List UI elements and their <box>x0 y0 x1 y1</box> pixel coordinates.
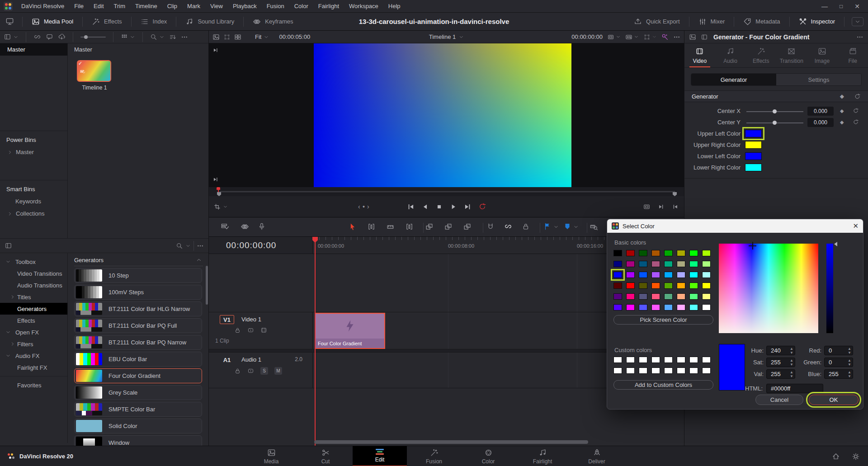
basic-color-swatch[interactable] <box>677 304 685 311</box>
basic-color-swatch[interactable] <box>613 293 622 300</box>
power-bins-header[interactable]: Power Bins <box>0 134 67 146</box>
basic-color-swatch[interactable] <box>626 304 635 311</box>
ok-button[interactable]: OK <box>809 395 859 405</box>
play-button[interactable] <box>449 203 457 211</box>
viewer-flag-bottom-icon[interactable] <box>212 176 219 183</box>
snapping-button[interactable] <box>486 222 495 231</box>
basic-color-swatch[interactable] <box>613 304 622 311</box>
page-tab-fairlight[interactable]: Fairlight <box>515 446 570 466</box>
basic-color-swatch[interactable] <box>689 261 698 267</box>
basic-color-swatch[interactable] <box>689 272 698 278</box>
sidebar-item-video-transitions[interactable]: Video Transitions <box>0 268 67 279</box>
toolbar-collapse-button[interactable] <box>852 17 863 26</box>
menu-item-davinci-resolve[interactable]: DaVinci Resolve <box>16 0 69 13</box>
basic-color-swatch[interactable] <box>651 261 660 267</box>
view-mode-button[interactable] <box>121 33 135 41</box>
color-adjust-icon[interactable] <box>661 33 669 41</box>
step-back-button[interactable] <box>421 203 429 211</box>
inspector-tab-transition[interactable]: Transition <box>776 43 807 67</box>
basic-color-swatch[interactable] <box>626 250 635 256</box>
basic-color-swatch[interactable] <box>626 272 635 278</box>
effects-button[interactable]: Effects <box>85 13 128 30</box>
basic-color-swatch[interactable] <box>651 272 660 278</box>
collapse-section-icon[interactable] <box>196 257 202 263</box>
hue-saturation-square[interactable] <box>719 244 818 333</box>
viewer-flag-top-icon[interactable] <box>212 47 219 53</box>
viewer-image-icon[interactable] <box>212 33 220 41</box>
viewer-size-button[interactable] <box>607 33 621 41</box>
basic-color-swatch[interactable] <box>664 293 673 300</box>
settings-gear-icon[interactable] <box>852 452 860 461</box>
selection-mode-button[interactable] <box>348 222 357 231</box>
page-tab-color[interactable]: Color <box>461 446 515 466</box>
basic-color-swatch[interactable] <box>613 282 622 289</box>
viewer-zoom-select[interactable]: Fit <box>255 33 269 40</box>
transition-presets-icon[interactable] <box>241 222 249 231</box>
sidebar-item-generators[interactable]: Generators <box>0 303 67 315</box>
sort-button[interactable] <box>169 33 176 41</box>
page-tab-fusion[interactable]: Fusion <box>407 446 461 466</box>
dynamic-trim-button[interactable] <box>405 222 414 231</box>
overwrite-clip-button[interactable] <box>444 222 453 231</box>
generator-item-10-step[interactable]: 10 Step <box>74 268 202 283</box>
keyframe-icon[interactable]: ◆ <box>840 119 844 125</box>
basic-color-swatch[interactable] <box>651 304 660 311</box>
viewer-grid-icon[interactable] <box>223 33 231 41</box>
thumbnail-size-slider[interactable] <box>80 37 106 38</box>
inspector-options-icon[interactable] <box>856 33 863 41</box>
solo-button[interactable]: S <box>260 367 268 375</box>
section-reset-icon[interactable] <box>854 93 861 100</box>
inspector-tab-image[interactable]: Image <box>807 43 838 67</box>
video-track-header[interactable]: V1 Video 1 1 Clip <box>209 312 313 349</box>
menu-item-timeline[interactable]: Timeline <box>130 0 162 13</box>
close-button[interactable]: ✕ <box>854 0 860 13</box>
basic-color-swatch[interactable] <box>639 250 647 256</box>
search-button[interactable] <box>150 33 165 41</box>
color-swatch-lower-left-color[interactable] <box>745 152 762 160</box>
go-to-start-button[interactable] <box>406 202 415 211</box>
basic-color-swatch[interactable] <box>689 282 698 289</box>
basic-color-swatch[interactable] <box>664 282 673 289</box>
unlink-icon[interactable] <box>33 33 41 41</box>
sidebar-item-favorites[interactable]: Favorites <box>0 379 67 391</box>
menu-item-color[interactable]: Color <box>289 0 313 13</box>
generator-item-100mv-steps[interactable]: 100mV Steps <box>74 285 202 300</box>
generators-scrollbar[interactable] <box>206 266 208 305</box>
inspector-tab-video[interactable]: Video <box>684 43 715 67</box>
basic-color-swatch[interactable] <box>664 250 673 256</box>
blue-spinbox[interactable]: 255▲▼ <box>824 369 853 379</box>
inspector-tab-file[interactable]: File <box>837 43 868 67</box>
media-pool-options-icon[interactable] <box>181 33 188 41</box>
viewer-scrub-bar[interactable] <box>209 187 684 196</box>
bin-item-master[interactable]: Master <box>0 43 67 56</box>
basic-color-swatch[interactable] <box>689 250 698 256</box>
smart-bins-collections[interactable]: Collections <box>0 207 67 220</box>
generator-item-smpte-color-bar[interactable]: SMPTE Color Bar <box>74 402 202 417</box>
page-tab-edit[interactable]: Edit <box>353 446 407 466</box>
audio-autoselect-icon[interactable] <box>247 367 254 374</box>
app-logo-icon[interactable] <box>4 2 13 11</box>
add-to-custom-colors-button[interactable]: Add to Custom Colors <box>613 380 713 390</box>
audio-lock-icon[interactable] <box>234 367 241 374</box>
menu-item-trim[interactable]: Trim <box>109 0 131 13</box>
sidebar-item-open-fx[interactable]: Open FX <box>0 326 67 338</box>
val-spinbox[interactable]: 255▲▼ <box>766 369 795 379</box>
go-to-end-button[interactable] <box>463 202 472 211</box>
audio-track-header[interactable]: A1 Audio 1 2.0 S M <box>209 353 313 388</box>
match-frame-icon[interactable] <box>643 203 651 211</box>
timeline-selector[interactable]: Timeline 1 <box>429 33 456 40</box>
param-slider-handle[interactable] <box>773 109 777 113</box>
basic-color-swatch[interactable] <box>702 250 711 256</box>
timeline-thumbnail-label[interactable]: Timeline 1 <box>68 85 121 91</box>
basic-color-swatch[interactable] <box>613 250 622 256</box>
smart-bins-keywords[interactable]: Keywords <box>0 195 67 207</box>
audio-track-badge[interactable]: A1 <box>220 355 234 364</box>
tab-settings[interactable]: Settings <box>776 74 861 85</box>
viewer-timecode-field[interactable]: 00:00:00:00 <box>571 33 603 40</box>
basic-color-swatch[interactable] <box>613 272 622 278</box>
minimize-button[interactable]: — <box>821 0 828 13</box>
menu-item-view[interactable]: View <box>205 0 228 13</box>
green-spinbox[interactable]: 0▲▼ <box>824 358 853 367</box>
basic-color-swatch[interactable] <box>689 293 698 300</box>
menu-item-fusion[interactable]: Fusion <box>262 0 289 13</box>
